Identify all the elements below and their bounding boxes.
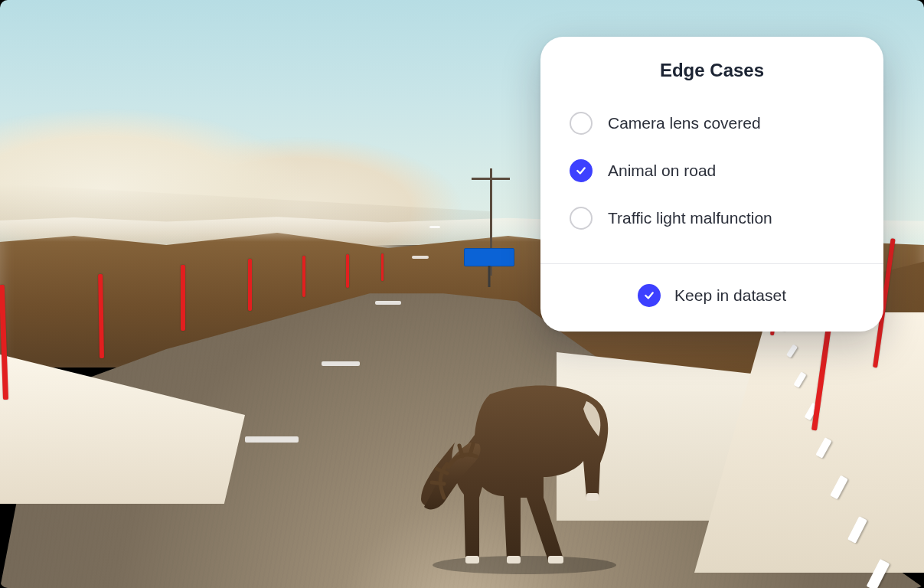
road-marker (381, 253, 384, 281)
road-marker (346, 254, 349, 288)
option-label: Traffic light malfunction (608, 209, 772, 227)
road-marker (248, 259, 252, 311)
radio-unchecked-icon (570, 207, 593, 230)
check-icon (644, 290, 655, 301)
reindeer-on-road (406, 306, 658, 574)
road-marker (181, 265, 185, 331)
radio-checked-icon (570, 159, 593, 182)
option-label: Animal on road (608, 162, 716, 180)
option-label: Camera lens covered (608, 114, 761, 132)
option-camera-lens-covered[interactable]: Camera lens covered (570, 100, 854, 147)
edge-cases-card: Edge Cases Camera lens covered Animal on… (540, 37, 883, 332)
svg-rect-1 (465, 556, 479, 564)
road-sign (464, 248, 514, 266)
svg-rect-3 (548, 556, 563, 564)
radio-unchecked-icon (570, 112, 593, 135)
road-marker (302, 256, 305, 297)
checkbox-checked-icon (638, 284, 661, 307)
svg-point-0 (433, 556, 616, 574)
keep-in-dataset-row[interactable]: Keep in dataset (540, 264, 883, 332)
card-title: Edge Cases (540, 37, 883, 95)
svg-rect-4 (586, 493, 599, 501)
check-icon (576, 165, 586, 176)
svg-rect-2 (507, 556, 521, 564)
option-animal-on-road[interactable]: Animal on road (570, 147, 854, 194)
options-list: Camera lens covered Animal on road Traff… (540, 95, 883, 259)
option-traffic-light-malfunction[interactable]: Traffic light malfunction (570, 194, 854, 242)
footer-label: Keep in dataset (674, 286, 786, 305)
